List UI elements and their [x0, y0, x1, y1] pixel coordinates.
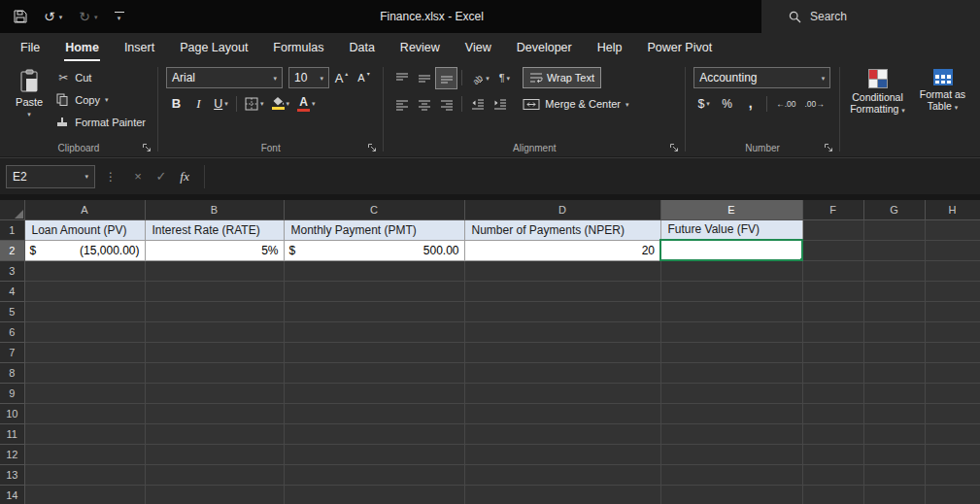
empty-cell[interactable] [660, 423, 802, 444]
empty-cell[interactable] [284, 485, 464, 504]
empty-cell[interactable] [802, 403, 863, 423]
empty-cell[interactable] [660, 321, 802, 342]
row-header[interactable]: 9 [0, 383, 24, 403]
decrease-indent-button[interactable] [467, 94, 488, 115]
orientation-button[interactable]: ab ▾ [467, 68, 492, 88]
tab-developer[interactable]: Developer [504, 33, 585, 62]
cell-a2[interactable]: $ (15,000.00) [24, 240, 145, 260]
align-right-button[interactable] [436, 94, 456, 115]
empty-cell[interactable] [863, 260, 925, 281]
empty-cell[interactable] [24, 444, 145, 464]
empty-cell[interactable] [863, 383, 925, 403]
empty-cell[interactable] [284, 362, 464, 383]
increase-decimal-button[interactable]: ←.00 [773, 93, 798, 114]
empty-cell[interactable] [464, 444, 660, 464]
empty-cell[interactable] [284, 403, 464, 423]
empty-cell[interactable] [24, 281, 145, 301]
tab-power-pivot[interactable]: Power Pivot [634, 33, 725, 62]
column-header-g[interactable]: G [863, 200, 925, 219]
empty-cell[interactable] [802, 383, 863, 403]
empty-cell[interactable] [925, 444, 980, 464]
empty-cell[interactable] [145, 383, 284, 403]
decrease-font-size-button[interactable]: A ▾ [354, 68, 374, 88]
empty-cell[interactable] [925, 423, 980, 444]
cell-h1[interactable] [925, 219, 980, 240]
font-name-combo[interactable]: Arial ▾ [166, 67, 283, 88]
empty-cell[interactable] [24, 321, 145, 342]
cell-f1[interactable] [802, 219, 863, 240]
font-color-button[interactable]: A ▾ [294, 93, 319, 114]
cell-h2[interactable] [925, 240, 980, 260]
cell-e2-selected[interactable] [660, 240, 802, 260]
empty-cell[interactable] [802, 260, 863, 281]
empty-cell[interactable] [284, 321, 464, 342]
empty-cell[interactable] [863, 342, 925, 362]
empty-cell[interactable] [464, 464, 660, 485]
cell-a1[interactable]: Loan Amount (PV) [24, 219, 145, 240]
conditional-formatting-button[interactable]: Conditional Formatting ▾ [848, 67, 907, 140]
bottom-align-button[interactable] [436, 68, 456, 88]
align-left-button[interactable] [391, 94, 412, 115]
name-box-resize-handle[interactable]: ⋮ [105, 170, 117, 184]
row-header[interactable]: 11 [0, 423, 24, 444]
empty-cell[interactable] [284, 260, 464, 281]
empty-cell[interactable] [24, 485, 145, 504]
empty-cell[interactable] [24, 383, 145, 403]
column-header-b[interactable]: B [145, 200, 284, 219]
empty-cell[interactable] [925, 260, 980, 281]
save-button[interactable] [14, 10, 27, 23]
empty-cell[interactable] [145, 281, 284, 301]
empty-cell[interactable] [24, 362, 145, 383]
formula-input[interactable] [204, 165, 980, 188]
empty-cell[interactable] [660, 362, 802, 383]
row-header-2[interactable]: 2 [0, 240, 24, 260]
empty-cell[interactable] [145, 423, 284, 444]
text-direction-button[interactable]: ¶ ▾ [494, 68, 515, 88]
alignment-dialog-launcher[interactable] [668, 142, 680, 153]
percent-style-button[interactable]: % [717, 93, 737, 114]
empty-cell[interactable] [284, 281, 464, 301]
empty-cell[interactable] [863, 301, 925, 321]
cell-c2[interactable]: $ 500.00 [284, 240, 464, 260]
empty-cell[interactable] [863, 281, 925, 301]
empty-cell[interactable] [863, 444, 925, 464]
tab-insert[interactable]: Insert [112, 33, 167, 62]
clipboard-dialog-launcher[interactable] [141, 142, 152, 153]
empty-cell[interactable] [464, 301, 660, 321]
cell-g1[interactable] [863, 219, 925, 240]
empty-cell[interactable] [802, 362, 863, 383]
empty-cell[interactable] [925, 403, 980, 423]
empty-cell[interactable] [660, 260, 802, 281]
copy-button[interactable]: Copy ▾ [52, 89, 150, 110]
cell-b1[interactable]: Interest Rate (RATE) [145, 219, 284, 240]
empty-cell[interactable] [464, 362, 660, 383]
middle-align-button[interactable] [414, 68, 434, 88]
empty-cell[interactable] [284, 444, 464, 464]
empty-cell[interactable] [660, 383, 802, 403]
row-header[interactable]: 4 [0, 281, 24, 301]
merge-and-center-button[interactable]: Merge & Center ▾ [518, 93, 633, 115]
empty-cell[interactable] [802, 423, 863, 444]
row-header[interactable]: 12 [0, 444, 24, 464]
fill-color-button[interactable]: ▾ [269, 93, 293, 114]
empty-cell[interactable] [24, 260, 145, 281]
select-all-button[interactable] [0, 200, 24, 219]
italic-button[interactable]: I [188, 93, 209, 114]
cell-e1[interactable]: Future Value (FV) [660, 219, 802, 240]
empty-cell[interactable] [145, 321, 284, 342]
empty-cell[interactable] [660, 342, 802, 362]
empty-cell[interactable] [284, 423, 464, 444]
column-header-e[interactable]: E [660, 200, 802, 219]
empty-cell[interactable] [145, 444, 284, 464]
empty-cell[interactable] [802, 321, 863, 342]
empty-cell[interactable] [925, 464, 980, 485]
empty-cell[interactable] [145, 362, 284, 383]
empty-cell[interactable] [802, 464, 863, 485]
enter-button[interactable]: ✓ [150, 165, 173, 188]
search-box[interactable]: Search [761, 0, 980, 33]
decrease-decimal-button[interactable]: .00→ [801, 93, 827, 114]
empty-cell[interactable] [863, 403, 925, 423]
empty-cell[interactable] [24, 423, 145, 444]
cell-c1[interactable]: Monthly Payment (PMT) [284, 219, 464, 240]
number-dialog-launcher[interactable] [823, 142, 834, 153]
